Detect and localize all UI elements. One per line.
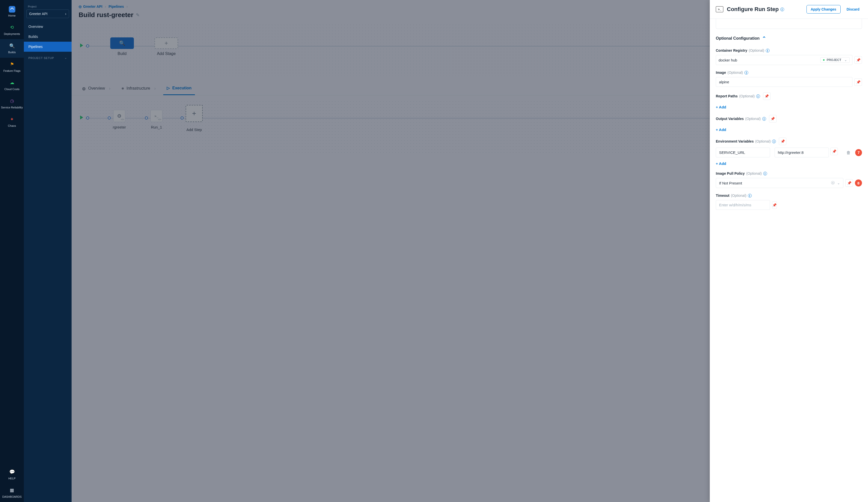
edit-icon[interactable]: ✎ [136,12,140,18]
nav-help-label: HELP [8,477,16,480]
nav-featureflags[interactable]: ⚑ Feature Flags [0,58,24,76]
infra-icon: ⎈ [122,86,124,91]
start-icon [80,43,83,48]
step-rgreeter[interactable]: ⚙</> rgreeter [113,110,126,129]
delete-env-var-button[interactable]: 🗑 [846,150,851,155]
field-report-paths: Report Paths (Optional) i 📌 + Add [716,92,862,109]
stage-build[interactable]: 🔍 Build [110,38,134,56]
help-icon: 💬 [9,469,15,475]
info-icon[interactable]: i [781,8,784,11]
add-env-var-button[interactable]: + Add [716,161,726,166]
image-label: Image [716,71,726,75]
step-run1[interactable]: >_</> Run_1 [151,110,163,129]
exec-start-node[interactable] [86,116,89,119]
env-var-value-input[interactable] [775,148,829,157]
add-stage-button[interactable]: + Add Stage [154,38,178,56]
info-icon[interactable]: i [772,139,776,143]
nav-cloudcosts[interactable]: ☁︎ Cloud Costs [0,76,24,94]
add-report-path-button[interactable]: + Add [716,105,726,109]
start-node[interactable] [86,44,89,48]
nav-builds[interactable]: 🔍 Builds [0,39,24,57]
rgreeter-step-icon: ⚙</> [113,110,125,122]
env-vars-label: Environment Variables [716,139,754,143]
pin-button[interactable]: 📌 [845,179,853,187]
pin-button[interactable]: 📌 [769,115,777,123]
nav-cc-label: Cloud Costs [4,87,20,91]
project-setup-header[interactable]: PROJECT SETUP ⌄ [24,52,72,62]
output-vars-label: Output Variables [716,117,744,121]
registry-input[interactable]: docker hub PROJECT⌄ [716,55,852,65]
pin-button[interactable]: 📌 [855,78,862,86]
image-input[interactable] [716,77,852,87]
discard-button[interactable]: Discard [844,5,862,13]
chevron-down-icon: ⌄ [837,181,840,185]
nav-chaos-label: Chaos [8,124,16,127]
pin-button[interactable]: 📌 [855,56,862,64]
info-icon[interactable]: i [763,172,767,176]
info-icon[interactable]: i [748,194,752,198]
run-step-icon: >_ [716,6,723,12]
crumb-sep: › [105,4,106,9]
nav-deploy-label: Deployments [4,32,20,36]
pin-button[interactable]: 📌 [772,201,777,209]
chevron-down-icon: ⌄ [64,56,67,60]
info-icon[interactable]: i [744,71,748,75]
add-output-var-button[interactable]: + Add [716,127,726,132]
tab-execution[interactable]: ▷Execution [163,83,195,95]
nav-deployments[interactable]: ⟲ Deployments [0,21,24,39]
pin-button[interactable]: 📌 [779,137,786,145]
pull-policy-select[interactable]: If Not Present ⓧ ⌄ [716,178,844,188]
sidebar-item-pipelines[interactable]: Pipelines [24,42,72,52]
nav-rail: Home ⟲ Deployments 🔍 Builds ⚑ Feature Fl… [0,0,24,502]
nav-dashboards[interactable]: ▦ DASHBOARDS [0,484,24,502]
connector-dot [180,116,184,119]
prev-section-card [716,19,862,29]
optional-text: (Optional) [749,49,764,52]
crumb-sep2: › [127,4,128,9]
nav-home[interactable]: Home [0,2,24,21]
sidebar-item-builds[interactable]: Builds [24,32,72,42]
status-dot-icon [823,59,825,61]
chevron-up-icon: ⌃ [762,35,766,41]
tab-infrastructure[interactable]: ⎈Infrastructure› [118,83,161,95]
registry-label: Container Registry [716,49,747,52]
nav-srm[interactable]: ◷ Service Reliability [0,94,24,113]
dashboards-icon: ▦ [9,487,15,494]
annotation-marker-8: 8 [855,179,862,187]
project-picker[interactable]: Greeter API › [27,10,69,18]
project-setup-label: PROJECT SETUP [28,56,54,60]
apply-changes-button[interactable]: Apply Changes [806,5,841,13]
panel-header: >_ Configure Run Stepi Apply Changes Dis… [710,0,868,19]
scope-chip[interactable]: PROJECT⌄ [820,57,850,63]
nav-home-label: Home [8,14,16,17]
crumb-pipelines[interactable]: Pipelines [108,4,124,9]
pin-button[interactable]: 📌 [830,148,838,155]
optional-config-header[interactable]: Optional Configuration ⌃ [716,35,862,41]
optional-text: (Optional) [727,71,743,75]
chaos-icon: ✦ [9,116,15,123]
field-container-registry: Container Registry (Optional) i docker h… [716,49,862,65]
nav-help[interactable]: 💬 HELP [0,466,24,484]
add-step-button[interactable]: + Add Step [186,107,203,132]
tab-overview[interactable]: ◍Overview› [79,83,115,95]
panel-body[interactable]: Optional Configuration ⌃ Container Regis… [710,19,868,502]
env-var-key-input[interactable] [716,148,770,157]
clear-icon[interactable]: ⓧ [831,181,835,185]
info-icon[interactable]: i [762,117,766,121]
pin-button[interactable]: 📌 [763,92,771,100]
run-step-icon: >_</> [151,110,163,122]
srm-icon: ◷ [9,98,15,104]
timeout-input[interactable] [716,200,770,210]
info-icon[interactable]: i [766,49,769,52]
page-title: Build rust-greeter ✎ [79,11,140,19]
cloud-costs-icon: ☁︎ [9,80,15,86]
execution-icon: ▷ [167,86,170,90]
project-label: Project [24,5,72,10]
sidebar-item-overview[interactable]: Overview [24,22,72,32]
nav-chaos[interactable]: ✦ Chaos [0,113,24,131]
info-icon[interactable]: i [756,94,760,98]
optional-text: (Optional) [755,139,771,143]
pull-policy-label: Image Pull Policy [716,171,745,176]
chevron-down-icon: ⌄ [844,58,847,62]
crumb-project[interactable]: ◎Greeter API [79,4,103,9]
